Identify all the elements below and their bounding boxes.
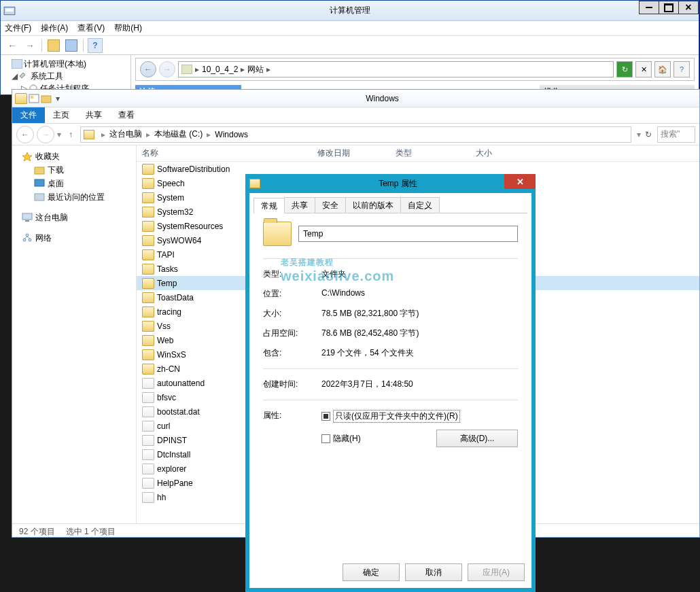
label-location: 位置: — [263, 288, 321, 300]
col-size[interactable]: 大小 — [470, 145, 521, 161]
explorer-nav-bar: ← → ▾ ↑ ▸ 这台电脑 ▸ 本地磁盘 (C:) ▸ Windows ▾ ↻… — [12, 124, 699, 145]
ribbon-tab-home[interactable]: 主页 — [45, 107, 77, 123]
folder-icon — [142, 349, 154, 360]
advanced-button[interactable]: 高级(D)... — [436, 430, 518, 447]
nav-favorites[interactable]: 收藏夹 — [22, 150, 132, 163]
file-name-label: Tasks — [157, 264, 178, 274]
qat-new-folder-icon[interactable] — [41, 94, 52, 103]
refresh-icon[interactable]: ↻ — [645, 130, 652, 139]
big-folder-icon — [263, 222, 292, 246]
label-readonly: 只读(仅应用于文件夹中的文件)(R) — [333, 410, 460, 423]
props-close-button[interactable] — [504, 174, 536, 189]
iis-breadcrumb[interactable]: ▸ 10_0_4_2 ▸ 网站 ▸ — [178, 61, 614, 77]
address-bar[interactable]: ▸ 这台电脑 ▸ 本地磁盘 (C:) ▸ Windows — [80, 126, 631, 143]
menu-view[interactable]: 查看(V) — [77, 22, 105, 34]
props-tabstrip: 常规 共享 安全 以前的版本 自定义 — [253, 197, 527, 213]
col-date[interactable]: 修改日期 — [312, 145, 390, 161]
nav-back-icon[interactable] — [5, 38, 20, 53]
toolbar-icon-1[interactable] — [46, 38, 61, 53]
folder-icon — [142, 235, 154, 246]
desktop-icon — [34, 179, 45, 188]
address-dropdown-icon[interactable]: ▾ — [637, 130, 641, 139]
ribbon-tab-view[interactable]: 查看 — [110, 107, 143, 123]
mgmt-app-icon — [3, 5, 16, 17]
crumb-drive-c[interactable]: 本地磁盘 (C:) — [154, 128, 203, 140]
iis-back-button[interactable]: ← — [140, 61, 156, 77]
menu-file[interactable]: 文件(F) — [5, 22, 31, 34]
ribbon-tab-share[interactable]: 共享 — [77, 107, 110, 123]
props-folder-icon — [249, 179, 260, 188]
column-headers: 名称 修改日期 类型 大小 — [137, 145, 699, 162]
computer-icon — [22, 213, 33, 222]
file-name-label: autounattend — [157, 379, 205, 388]
cancel-button[interactable]: 取消 — [405, 563, 462, 581]
nav-up-button[interactable]: ↑ — [64, 126, 77, 143]
tab-previous-versions[interactable]: 以前的版本 — [345, 197, 401, 213]
checkbox-readonly[interactable] — [321, 412, 330, 421]
tab-sharing[interactable]: 共享 — [284, 197, 315, 213]
file-name-label: SoftwareDistribution — [157, 164, 230, 174]
tree-systools[interactable]: 系统工具 — [31, 71, 63, 82]
file-name-label: Web — [157, 336, 173, 345]
crumb-this-pc[interactable]: 这台电脑 — [109, 128, 142, 140]
nav-back-button[interactable]: ← — [16, 126, 34, 143]
crumb-windows[interactable]: Windows — [215, 130, 248, 139]
nav-recent[interactable]: 最近访问的位置 — [22, 190, 132, 204]
folder-icon — [142, 249, 154, 260]
iis-crumb-sites[interactable]: 网站 — [247, 64, 264, 75]
star-icon — [22, 152, 33, 161]
menu-help[interactable]: 帮助(H) — [114, 22, 142, 34]
iis-crumb-server[interactable]: 10_0_4_2 — [202, 65, 238, 74]
col-name[interactable]: 名称 — [137, 145, 312, 161]
tab-security[interactable]: 安全 — [315, 197, 346, 213]
nav-history-dropdown[interactable]: ▾ — [57, 130, 61, 139]
mgmt-toolbar: ? — [1, 36, 699, 55]
file-icon — [142, 378, 154, 389]
wrench-icon — [18, 71, 29, 81]
nav-downloads[interactable]: 下载 — [22, 163, 132, 177]
folder-icon — [142, 335, 154, 346]
file-name-label: SysWOW64 — [157, 236, 201, 245]
maximize-button[interactable] — [659, 1, 679, 14]
folder-icon — [142, 364, 154, 375]
minimize-button[interactable] — [639, 1, 659, 14]
label-size-on-disk: 占用空间: — [263, 328, 321, 339]
ribbon-tab-file[interactable]: 文件 — [12, 107, 45, 123]
iis-forward-button[interactable]: → — [159, 61, 175, 77]
iis-refresh-icon[interactable]: ↻ — [616, 61, 633, 77]
mgmt-title-text: 计算机管理 — [330, 5, 370, 16]
menu-action[interactable]: 操作(A) — [41, 22, 68, 34]
value-created: 2022年3月7日，14:48:50 — [321, 379, 518, 390]
apply-button[interactable]: 应用(A) — [468, 563, 525, 581]
search-input[interactable]: 搜索" — [657, 126, 695, 143]
label-contains: 包含: — [263, 347, 321, 359]
iis-home-icon[interactable]: 🏠 — [654, 61, 671, 77]
help-icon[interactable]: ? — [88, 38, 103, 53]
toolbar-icon-2[interactable] — [64, 38, 79, 53]
folder-name-input[interactable]: Temp — [298, 226, 518, 242]
svg-rect-1 — [5, 9, 13, 12]
nav-this-pc[interactable]: 这台电脑 — [22, 211, 132, 224]
tab-customize[interactable]: 自定义 — [400, 197, 440, 213]
checkbox-hidden[interactable] — [321, 434, 330, 443]
iis-stop-icon[interactable]: ✕ — [635, 61, 652, 77]
computer-management-window: 计算机管理 文件(F) 操作(A) 查看(V) 帮助(H) ? 计算机管理(本地… — [0, 0, 699, 95]
svg-rect-4 — [181, 65, 192, 74]
status-item-count: 92 个项目 — [19, 526, 55, 538]
qat-dropdown-icon[interactable]: ▾ — [53, 94, 63, 103]
nav-forward-icon[interactable] — [22, 38, 37, 53]
nav-network[interactable]: 网络 — [22, 231, 132, 245]
file-name-label: DtcInstall — [157, 450, 190, 459]
folder-icon — [142, 292, 154, 303]
nav-forward-button[interactable]: → — [37, 126, 54, 143]
iis-help-icon[interactable]: ? — [673, 61, 690, 77]
ok-button[interactable]: 确定 — [343, 563, 400, 581]
tree-root[interactable]: 计算机管理(本地) — [24, 58, 86, 70]
tab-general[interactable]: 常规 — [253, 198, 285, 213]
qat-properties-icon[interactable] — [29, 94, 39, 103]
close-button[interactable] — [678, 1, 699, 14]
col-type[interactable]: 类型 — [390, 145, 470, 161]
file-icon — [142, 435, 154, 446]
nav-desktop[interactable]: 桌面 — [22, 177, 132, 190]
value-location: C:\Windows — [321, 288, 518, 300]
